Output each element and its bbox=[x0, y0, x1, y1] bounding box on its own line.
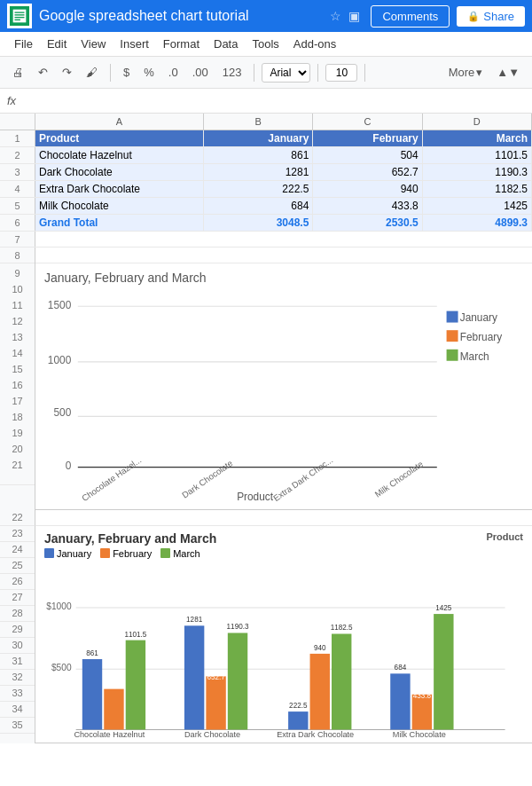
menu-data[interactable]: Data bbox=[207, 35, 245, 52]
svg-rect-60 bbox=[390, 673, 410, 729]
collapse-toolbar-button[interactable]: ▲▼ bbox=[491, 63, 525, 82]
svg-rect-3 bbox=[15, 14, 25, 15]
formula-input[interactable] bbox=[21, 94, 525, 107]
legend-jan: January bbox=[44, 548, 91, 559]
col-header-d[interactable]: D bbox=[423, 114, 532, 130]
chart1-section: 8 9 10 11 12 13 14 15 16 17 18 19 20 21 … bbox=[0, 248, 532, 510]
cell-b5[interactable]: 684 bbox=[204, 198, 313, 214]
svg-rect-46 bbox=[126, 640, 145, 729]
chart1-svg: 1500 1000 500 0 bbox=[44, 292, 523, 503]
cell-c5[interactable]: 433.8 bbox=[313, 198, 422, 214]
cell-a5[interactable]: Milk Chocolate bbox=[35, 198, 204, 214]
separator2 bbox=[254, 64, 254, 82]
separator bbox=[110, 64, 111, 82]
cell-b4[interactable]: 222.5 bbox=[204, 181, 313, 197]
share-button[interactable]: 🔒 Share bbox=[457, 6, 525, 27]
cell-c3[interactable]: 652.7 bbox=[313, 164, 422, 180]
menu-file[interactable]: File bbox=[7, 35, 40, 52]
menu-view[interactable]: View bbox=[74, 35, 113, 52]
app-icon bbox=[7, 4, 32, 28]
paint-format-button[interactable]: 🖌 bbox=[81, 63, 103, 82]
col-header-c[interactable]: C bbox=[313, 114, 422, 130]
cell-d1[interactable]: March bbox=[423, 130, 532, 146]
svg-rect-2 bbox=[15, 12, 25, 12]
svg-text:500: 500 bbox=[53, 406, 71, 419]
comments-button[interactable]: Comments bbox=[371, 5, 450, 28]
star-icon[interactable]: ☆ bbox=[330, 9, 341, 23]
cell-b6[interactable]: 3048.5 bbox=[204, 215, 313, 231]
decimal-decrease-button[interactable]: .0 bbox=[163, 63, 184, 82]
svg-text:Chocolate Hazelnut: Chocolate Hazelnut bbox=[74, 729, 145, 738]
cell-b2[interactable]: 861 bbox=[204, 147, 313, 163]
cell-c6[interactable]: 2530.5 bbox=[313, 215, 422, 231]
cell-a1[interactable]: Product bbox=[35, 130, 204, 146]
cell-a3[interactable]: Dark Chocolate bbox=[35, 164, 204, 180]
cell-d6[interactable]: 4899.3 bbox=[423, 215, 532, 231]
svg-text:$1000: $1000 bbox=[46, 601, 72, 611]
more-button[interactable]: More ▾ bbox=[443, 63, 489, 82]
cell-b3[interactable]: 1281 bbox=[204, 164, 313, 180]
font-selector[interactable]: Arial bbox=[262, 63, 310, 83]
chart2-body: January, February and March January Febr… bbox=[35, 526, 532, 743]
svg-text:January: January bbox=[460, 311, 497, 324]
cell-c4[interactable]: 940 bbox=[313, 181, 422, 197]
svg-text:Dark Chocolate: Dark Chocolate bbox=[180, 458, 234, 499]
svg-rect-33 bbox=[447, 330, 458, 342]
table-row: 5 Milk Chocolate 684 433.8 1425 bbox=[0, 198, 532, 215]
cell-d2[interactable]: 1101.5 bbox=[423, 147, 532, 163]
row22-area: 22 bbox=[0, 510, 532, 526]
cell-d3[interactable]: 1190.3 bbox=[423, 164, 532, 180]
legend-jan-dot bbox=[44, 548, 54, 558]
cell-a4[interactable]: Extra Dark Chocolate bbox=[35, 181, 204, 197]
menu-format[interactable]: Format bbox=[156, 35, 207, 52]
svg-text:Chocolate Hazel...: Chocolate Hazel... bbox=[80, 455, 143, 503]
svg-rect-42 bbox=[82, 659, 102, 729]
svg-rect-56 bbox=[310, 653, 330, 729]
chart2-title: January, February and March bbox=[44, 531, 216, 546]
font-size-input[interactable] bbox=[325, 64, 357, 82]
svg-rect-44 bbox=[104, 688, 123, 729]
format-number-button[interactable]: 123 bbox=[217, 63, 247, 82]
svg-text:1101.5: 1101.5 bbox=[124, 630, 146, 638]
percent-button[interactable]: % bbox=[138, 63, 160, 82]
menu-addons[interactable]: Add-ons bbox=[286, 35, 343, 52]
row-num-6: 6 bbox=[0, 215, 35, 231]
cell-d5[interactable]: 1425 bbox=[423, 198, 532, 214]
row-numbers-chart2: 23 24 25 26 27 28 29 30 31 32 33 34 35 bbox=[0, 526, 35, 744]
svg-text:Milk Chocolate: Milk Chocolate bbox=[373, 459, 425, 499]
col-header-b[interactable]: B bbox=[204, 114, 313, 130]
folder-icon[interactable]: ▣ bbox=[348, 9, 360, 23]
cell-c1[interactable]: February bbox=[313, 130, 422, 146]
cell-a2[interactable]: Chocolate Hazelnut bbox=[35, 147, 204, 163]
svg-text:940: 940 bbox=[314, 643, 326, 651]
svg-text:222.5: 222.5 bbox=[289, 702, 308, 710]
title-icons: ☆ ▣ bbox=[330, 9, 360, 23]
row-num-8: 8 bbox=[0, 248, 35, 263]
menu-tools[interactable]: Tools bbox=[245, 35, 286, 52]
menu-insert[interactable]: Insert bbox=[113, 35, 156, 52]
row-num-3: 3 bbox=[0, 164, 35, 180]
svg-text:1190.3: 1190.3 bbox=[227, 623, 249, 631]
cell-d4[interactable]: 1182.5 bbox=[423, 181, 532, 197]
col-header-a[interactable]: A bbox=[35, 114, 204, 130]
document-title: Google spreadsheet chart tutorial bbox=[39, 8, 330, 24]
print-button[interactable]: 🖨 bbox=[7, 63, 29, 82]
cell-a6[interactable]: Grand Total bbox=[35, 215, 204, 231]
decimal-increase-button[interactable]: .00 bbox=[187, 63, 214, 82]
svg-text:1281: 1281 bbox=[186, 616, 203, 624]
chart1-container: January, February and March 1500 1000 50… bbox=[35, 248, 532, 510]
svg-rect-48 bbox=[184, 625, 204, 729]
menu-bar: File Edit View Insert Format Data Tools … bbox=[0, 32, 532, 57]
cell-c2[interactable]: 504 bbox=[313, 147, 422, 163]
svg-rect-50 bbox=[206, 676, 225, 729]
svg-text:Product: Product bbox=[237, 491, 274, 502]
fx-label: fx bbox=[7, 94, 16, 107]
currency-button[interactable]: $ bbox=[118, 63, 135, 82]
spreadsheet: A B C D 1 Product January February March… bbox=[0, 114, 532, 248]
legend-mar-label: March bbox=[173, 548, 200, 559]
cell-b1[interactable]: January bbox=[204, 130, 313, 146]
undo-button[interactable]: ↶ bbox=[33, 63, 53, 82]
legend-jan-label: January bbox=[57, 548, 91, 559]
redo-button[interactable]: ↷ bbox=[57, 63, 77, 82]
menu-edit[interactable]: Edit bbox=[40, 35, 74, 52]
